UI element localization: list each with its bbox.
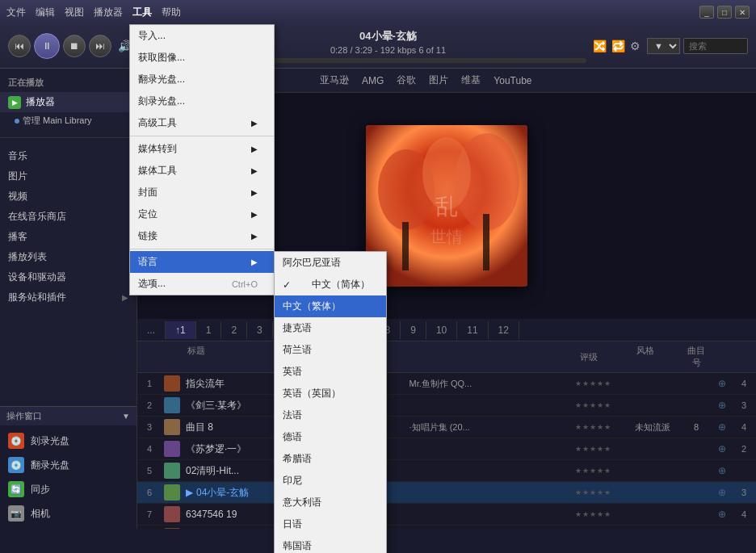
num-tab-dots[interactable]: ... bbox=[137, 321, 166, 339]
menu-language[interactable]: 语言 ▶ 阿尔巴尼亚语 中文（简体） 中文（繁体） 捷克语 荷兰语 英语 英语（… bbox=[130, 251, 274, 273]
tab-amg[interactable]: AMG bbox=[362, 72, 384, 90]
menu-link[interactable]: 链接▶ bbox=[130, 225, 274, 247]
add-icon[interactable]: ⊕ bbox=[718, 509, 726, 520]
menu-media-tools[interactable]: 媒体工具▶ bbox=[130, 160, 274, 182]
sidebar-item-music[interactable]: 音乐 bbox=[0, 146, 136, 166]
lang-english-uk[interactable]: 英语（英国） bbox=[275, 383, 386, 404]
sidebar-item-services[interactable]: 服务站和插件 ▶ bbox=[0, 287, 136, 308]
menu-cover[interactable]: 封面▶ bbox=[130, 182, 274, 203]
tab-youtube[interactable]: YouTube bbox=[494, 72, 531, 90]
menu-burn-cd[interactable]: 刻录光盘... bbox=[130, 90, 274, 112]
menu-tools[interactable]: 工具 bbox=[132, 6, 152, 19]
op-item-burn[interactable]: 💿 刻录光盘 bbox=[0, 429, 136, 453]
num-tab-3[interactable]: 3 bbox=[247, 321, 273, 339]
menu-edit[interactable]: 编辑 bbox=[36, 6, 55, 19]
sidebar-item-online-store[interactable]: 在线音乐商店 bbox=[0, 207, 136, 227]
track-rating[interactable]: ★★★★★ bbox=[575, 445, 632, 453]
play-pause-button[interactable]: ⏸ bbox=[34, 33, 60, 59]
lang-indonesian[interactable]: 印尼 bbox=[275, 470, 386, 492]
track-rating[interactable]: ★★★★★ bbox=[575, 379, 632, 388]
lang-korean[interactable]: 韩国语 bbox=[275, 535, 386, 553]
close-button[interactable]: ✕ bbox=[735, 6, 750, 19]
menu-media-move[interactable]: 媒体转到▶ bbox=[130, 138, 274, 160]
tab-amazon[interactable]: 亚马逊 bbox=[320, 70, 349, 90]
prev-button[interactable]: ⏮ bbox=[8, 35, 31, 57]
lang-italian[interactable]: 意大利语 bbox=[275, 492, 386, 513]
track-rating[interactable]: ★★★★★ bbox=[575, 401, 632, 409]
track-add[interactable]: ⊕ bbox=[712, 400, 732, 411]
stop-button[interactable]: ⏹ bbox=[63, 35, 86, 57]
language-submenu[interactable]: 阿尔巴尼亚语 中文（简体） 中文（繁体） 捷克语 荷兰语 英语 英语（英国） 法… bbox=[274, 251, 387, 553]
menu-player[interactable]: 播放器 bbox=[94, 6, 123, 19]
add-icon[interactable]: ⊕ bbox=[718, 465, 726, 476]
equalizer-button[interactable]: ⚙ bbox=[630, 40, 640, 52]
operation-window-header[interactable]: 操作窗口 ▼ bbox=[0, 407, 136, 425]
next-button[interactable]: ⏭ bbox=[89, 35, 111, 57]
lang-czech[interactable]: 捷克语 bbox=[275, 317, 386, 339]
track-rating[interactable]: ★★★★★ bbox=[575, 488, 632, 496]
track-row[interactable]: 3 曲目 8 ·知唱片集 (20... ★★★★★ 未知流派 8 ⊕ 4 bbox=[137, 417, 756, 438]
sidebar-item-player[interactable]: ▶ 播放器 bbox=[0, 92, 136, 112]
sidebar-item-podcast[interactable]: 播客 bbox=[0, 227, 136, 247]
op-item-camera[interactable]: 📷 相机 bbox=[0, 501, 136, 526]
track-list[interactable]: 标题 评级 风格 曲目号 1 指尖流年 Mr.鱼制作 QQ... ★★★★★ ⊕… bbox=[137, 341, 756, 529]
lang-german[interactable]: 德语 bbox=[275, 426, 386, 448]
lang-japanese[interactable]: 日语 bbox=[275, 513, 386, 535]
track-rating[interactable]: ★★★★★ bbox=[575, 467, 632, 475]
maximize-button[interactable]: □ bbox=[717, 6, 732, 19]
menu-help[interactable]: 帮助 bbox=[162, 6, 181, 19]
lang-albanian[interactable]: 阿尔巴尼亚语 bbox=[275, 252, 386, 274]
tab-wiki[interactable]: 维基 bbox=[461, 70, 481, 90]
sidebar-item-video[interactable]: 视频 bbox=[0, 186, 136, 207]
track-row[interactable]: 5 02清明-Hit... ★★★★★ ⊕ bbox=[137, 460, 756, 482]
menu-get-image[interactable]: 获取图像... bbox=[130, 47, 274, 69]
num-tab-1[interactable]: 1 bbox=[196, 321, 222, 339]
track-add[interactable]: ⊕ bbox=[712, 421, 732, 433]
op-item-sync[interactable]: 🔄 同步 bbox=[0, 477, 136, 501]
minimize-button[interactable]: _ bbox=[699, 6, 714, 19]
shuffle-button[interactable]: 🔀 bbox=[593, 40, 607, 52]
search-input[interactable] bbox=[683, 38, 748, 54]
lang-zh-cn[interactable]: 中文（简体） bbox=[275, 274, 386, 295]
num-tab-2[interactable]: 2 bbox=[221, 321, 247, 339]
track-add[interactable]: ⊕ bbox=[712, 443, 732, 455]
menu-advanced[interactable]: 高级工具▶ bbox=[130, 112, 274, 134]
lang-french[interactable]: 法语 bbox=[275, 404, 386, 426]
lang-greek[interactable]: 希腊语 bbox=[275, 448, 386, 470]
track-row[interactable]: 1 指尖流年 Mr.鱼制作 QQ... ★★★★★ ⊕ 4 bbox=[137, 373, 756, 395]
track-row[interactable]: 7 6347546 19 ★★★★★ ⊕ 4 bbox=[137, 504, 756, 526]
num-tab-11[interactable]: 11 bbox=[457, 321, 488, 339]
add-icon[interactable]: ⊕ bbox=[718, 400, 726, 411]
track-row[interactable]: 6 ▶04小晕-玄觞 ★★★★★ ⊕ 3 bbox=[137, 482, 756, 504]
track-rating[interactable]: ★★★★★ bbox=[575, 423, 632, 431]
num-tab-12[interactable]: 12 bbox=[489, 321, 519, 339]
lang-zh-tw[interactable]: 中文（繁体） bbox=[275, 295, 386, 317]
menu-options[interactable]: 选项... Ctrl+O bbox=[130, 273, 274, 295]
search-dropdown[interactable]: ▼ bbox=[647, 38, 680, 54]
tab-pictures[interactable]: 图片 bbox=[429, 70, 448, 90]
track-rating[interactable]: ★★★★★ bbox=[575, 510, 632, 518]
track-row[interactable]: 8 Critty-蛇回之 ★★★★★ ⊕ bbox=[137, 526, 756, 529]
sidebar-item-playlist[interactable]: 播放列表 bbox=[0, 247, 136, 267]
op-item-rip[interactable]: 💿 翻录光盘 bbox=[0, 453, 136, 477]
menu-locate[interactable]: 定位▶ bbox=[130, 203, 274, 225]
track-add[interactable]: ⊕ bbox=[712, 509, 732, 520]
num-tab-9[interactable]: 9 bbox=[401, 321, 426, 339]
add-icon[interactable]: ⊕ bbox=[718, 487, 726, 498]
tab-google[interactable]: 谷歌 bbox=[397, 70, 416, 90]
tools-menu[interactable]: 导入... 获取图像... 翻录光盘... 刻录光盘... 高级工具▶ 媒体转到… bbox=[129, 24, 275, 295]
menu-rip-cd[interactable]: 翻录光盘... bbox=[130, 69, 274, 90]
menu-file[interactable]: 文件 bbox=[6, 6, 26, 19]
track-row[interactable]: 4 《苏梦逻·一》 ★★★★★ ⊕ 2 bbox=[137, 438, 756, 460]
menu-import[interactable]: 导入... bbox=[130, 25, 274, 47]
repeat-button[interactable]: 🔁 bbox=[611, 40, 625, 52]
track-row[interactable]: 2 《剑三·某考》 ★★★★★ ⊕ 3 bbox=[137, 395, 756, 417]
menu-view[interactable]: 视图 bbox=[65, 6, 84, 19]
add-icon[interactable]: ⊕ bbox=[718, 378, 726, 389]
lang-dutch[interactable]: 荷兰语 bbox=[275, 339, 386, 361]
add-icon[interactable]: ⊕ bbox=[718, 421, 726, 433]
track-add[interactable]: ⊕ bbox=[712, 378, 732, 389]
num-tab-up1[interactable]: ↑1 bbox=[166, 321, 196, 339]
sidebar-item-devices[interactable]: 设备和驱动器 bbox=[0, 267, 136, 287]
lang-english[interactable]: 英语 bbox=[275, 361, 386, 383]
